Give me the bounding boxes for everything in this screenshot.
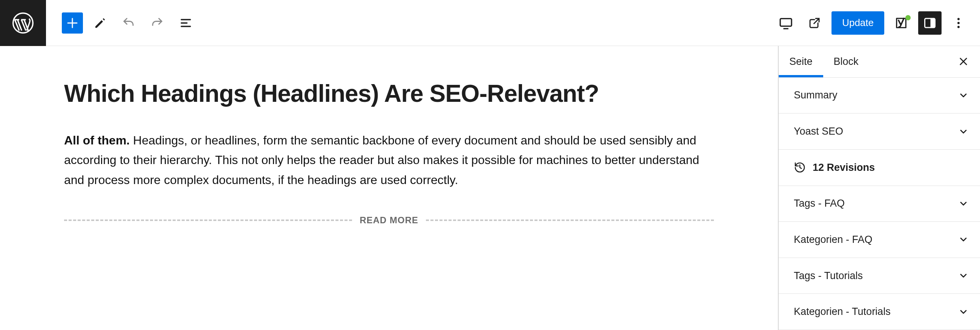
panel-tags-faq[interactable]: Tags - FAQ xyxy=(779,186,980,222)
history-icon xyxy=(794,161,806,174)
panel-tags-faq-label: Tags - FAQ xyxy=(794,198,845,209)
svg-point-6 xyxy=(958,26,959,28)
panel-revisions[interactable]: 12 Revisions xyxy=(779,150,980,186)
tab-seite[interactable]: Seite xyxy=(779,46,823,77)
panel-revisions-label: 12 Revisions xyxy=(813,162,875,174)
panel-kategorien-tutorials-label: Kategorien - Tutorials xyxy=(794,306,891,317)
wordpress-icon xyxy=(12,12,34,34)
pencil-icon xyxy=(93,16,107,30)
panel-tags-tutorials[interactable]: Tags - Tutorials xyxy=(779,258,980,294)
svg-point-5 xyxy=(958,22,959,24)
panel-icon xyxy=(923,16,937,30)
svg-rect-1 xyxy=(780,19,792,26)
options-button[interactable] xyxy=(947,11,970,35)
settings-sidebar: Seite Block Summary Yoast SEO xyxy=(778,46,980,330)
panel-summary[interactable]: Summary xyxy=(779,78,980,114)
undo-icon xyxy=(122,16,135,30)
yoast-button[interactable] xyxy=(889,11,913,35)
chevron-down-icon xyxy=(958,198,969,209)
add-block-button[interactable] xyxy=(62,13,83,33)
paragraph-text: Headings, or headlines, form the semanti… xyxy=(64,134,699,187)
panel-summary-label: Summary xyxy=(794,89,837,101)
read-more-dash-right xyxy=(426,220,714,221)
svg-rect-3 xyxy=(931,19,935,27)
panel-tags-tutorials-label: Tags - Tutorials xyxy=(794,270,863,282)
chevron-down-icon xyxy=(958,307,969,317)
preview-external-button[interactable] xyxy=(803,11,826,35)
sidebar-tabs: Seite Block xyxy=(779,46,980,78)
tab-block[interactable]: Block xyxy=(823,46,869,77)
chevron-down-icon xyxy=(958,234,969,245)
external-link-icon xyxy=(808,16,821,30)
panel-kategorien-tutorials[interactable]: Kategorien - Tutorials xyxy=(779,294,980,330)
chevron-down-icon xyxy=(958,270,969,281)
panel-kategorien-faq[interactable]: Kategorien - FAQ xyxy=(779,222,980,258)
top-toolbar: Update xyxy=(0,0,980,46)
sidebar-close-button[interactable] xyxy=(951,56,976,67)
post-title[interactable]: Which Headings (Headlines) Are SEO-Relev… xyxy=(64,80,714,108)
tab-block-label: Block xyxy=(834,56,859,67)
settings-sidebar-toggle[interactable] xyxy=(918,11,942,35)
document-overview-button[interactable] xyxy=(174,11,197,35)
desktop-icon xyxy=(778,16,794,30)
kebab-icon xyxy=(952,16,965,30)
chevron-down-icon xyxy=(958,90,969,101)
redo-button[interactable] xyxy=(145,11,169,35)
panel-yoast-seo[interactable]: Yoast SEO xyxy=(779,113,980,150)
toolbar-right-group: Update xyxy=(774,11,980,35)
yoast-status-dot xyxy=(905,15,911,21)
panel-yoast-label: Yoast SEO xyxy=(794,126,843,137)
svg-point-4 xyxy=(958,18,959,20)
post-paragraph[interactable]: All of them. Headings, or headlines, for… xyxy=(64,131,714,190)
tab-seite-label: Seite xyxy=(789,56,813,67)
close-icon xyxy=(958,56,969,67)
undo-button[interactable] xyxy=(117,11,140,35)
toolbar-left-group xyxy=(46,11,197,35)
paragraph-strong: All of them. xyxy=(64,134,130,147)
panel-kategorien-faq-label: Kategorien - FAQ xyxy=(794,234,873,246)
update-button[interactable]: Update xyxy=(832,11,884,35)
read-more-block[interactable]: READ MORE xyxy=(64,215,714,226)
tools-button[interactable] xyxy=(88,11,111,35)
wordpress-logo-button[interactable] xyxy=(0,0,46,46)
editor-canvas[interactable]: Which Headings (Headlines) Are SEO-Relev… xyxy=(0,46,778,330)
redo-icon xyxy=(150,16,164,30)
read-more-label: READ MORE xyxy=(360,215,418,226)
update-button-label: Update xyxy=(842,17,874,29)
read-more-dash-left xyxy=(64,220,352,221)
plus-icon xyxy=(65,16,79,30)
view-button[interactable] xyxy=(774,11,797,35)
chevron-down-icon xyxy=(958,126,969,137)
list-icon xyxy=(179,16,192,30)
